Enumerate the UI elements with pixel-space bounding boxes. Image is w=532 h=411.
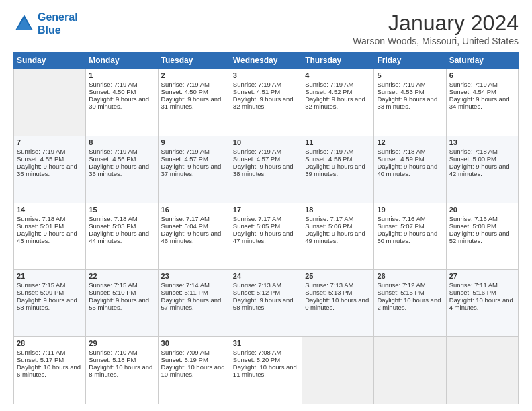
sunset-text: Sunset: 5:16 PM	[449, 289, 515, 296]
sunrise-text: Sunrise: 7:19 AM	[377, 81, 443, 88]
daylight-text: Daylight: 10 hours and 2 minutes.	[377, 296, 443, 311]
daylight-text: Daylight: 9 hours and 37 minutes.	[161, 163, 227, 177]
sunset-text: Sunset: 5:06 PM	[305, 222, 371, 230]
location: Warson Woods, Missouri, United States	[353, 36, 519, 46]
col-header-thursday: Thursday	[302, 52, 374, 69]
daylight-text: Daylight: 9 hours and 31 minutes.	[161, 95, 227, 110]
calendar-cell	[446, 337, 518, 404]
calendar-cell: 25Sunrise: 7:13 AMSunset: 5:13 PMDayligh…	[302, 270, 374, 337]
daylight-text: Daylight: 9 hours and 53 minutes.	[17, 296, 83, 311]
day-number: 28	[17, 339, 83, 347]
sunset-text: Sunset: 4:57 PM	[161, 155, 227, 163]
calendar-cell: 16Sunrise: 7:17 AMSunset: 5:04 PMDayligh…	[158, 203, 230, 270]
calendar-cell: 30Sunrise: 7:09 AMSunset: 5:19 PMDayligh…	[158, 337, 230, 404]
sunset-text: Sunset: 5:11 PM	[161, 289, 227, 296]
calendar-cell: 6Sunrise: 7:19 AMSunset: 4:54 PMDaylight…	[446, 69, 518, 136]
calendar-cell: 13Sunrise: 7:18 AMSunset: 5:00 PMDayligh…	[446, 136, 518, 203]
day-number: 25	[305, 272, 371, 280]
sunrise-text: Sunrise: 7:19 AM	[305, 81, 371, 88]
sunset-text: Sunset: 4:52 PM	[305, 88, 371, 95]
calendar-cell: 1Sunrise: 7:19 AMSunset: 4:50 PMDaylight…	[86, 69, 158, 136]
sunset-text: Sunset: 5:01 PM	[17, 222, 83, 230]
sunrise-text: Sunrise: 7:19 AM	[449, 81, 515, 88]
daylight-text: Daylight: 9 hours and 47 minutes.	[233, 230, 299, 244]
sunrise-text: Sunrise: 7:11 AM	[449, 281, 515, 289]
day-number: 20	[449, 205, 515, 214]
sunset-text: Sunset: 5:13 PM	[305, 289, 371, 296]
day-number: 9	[161, 138, 227, 146]
daylight-text: Daylight: 9 hours and 46 minutes.	[161, 230, 227, 244]
sunset-text: Sunset: 5:08 PM	[449, 222, 515, 230]
day-number: 16	[161, 205, 227, 214]
col-header-sunday: Sunday	[14, 52, 86, 69]
sunset-text: Sunset: 5:18 PM	[89, 356, 154, 363]
calendar-cell: 17Sunrise: 7:17 AMSunset: 5:05 PMDayligh…	[230, 203, 302, 270]
daylight-text: Daylight: 9 hours and 36 minutes.	[89, 163, 154, 177]
sunrise-text: Sunrise: 7:18 AM	[377, 148, 443, 155]
col-header-wednesday: Wednesday	[230, 52, 302, 69]
week-row-2: 14Sunrise: 7:18 AMSunset: 5:01 PMDayligh…	[14, 203, 519, 270]
sunset-text: Sunset: 4:56 PM	[89, 155, 154, 163]
sunrise-text: Sunrise: 7:19 AM	[161, 81, 227, 88]
calendar-cell: 18Sunrise: 7:17 AMSunset: 5:06 PMDayligh…	[302, 203, 374, 270]
calendar-cell: 28Sunrise: 7:11 AMSunset: 5:17 PMDayligh…	[14, 337, 86, 404]
sunset-text: Sunset: 5:12 PM	[233, 289, 299, 296]
daylight-text: Daylight: 10 hours and 4 minutes.	[449, 296, 515, 311]
sunset-text: Sunset: 5:07 PM	[377, 222, 443, 230]
day-number: 30	[161, 339, 227, 347]
day-number: 29	[89, 339, 154, 347]
sunset-text: Sunset: 5:17 PM	[17, 356, 83, 363]
sunset-text: Sunset: 5:03 PM	[89, 222, 154, 230]
day-number: 22	[89, 272, 154, 280]
col-header-friday: Friday	[374, 52, 446, 69]
day-number: 12	[377, 138, 443, 146]
day-number: 15	[89, 205, 154, 214]
sunrise-text: Sunrise: 7:16 AM	[449, 215, 515, 222]
calendar-cell: 29Sunrise: 7:10 AMSunset: 5:18 PMDayligh…	[86, 337, 158, 404]
calendar-cell	[14, 69, 86, 136]
col-header-monday: Monday	[86, 52, 158, 69]
daylight-text: Daylight: 9 hours and 39 minutes.	[305, 163, 371, 177]
calendar-cell: 15Sunrise: 7:18 AMSunset: 5:03 PMDayligh…	[86, 203, 158, 270]
sunset-text: Sunset: 5:10 PM	[89, 289, 154, 296]
header-row: SundayMondayTuesdayWednesdayThursdayFrid…	[14, 52, 519, 69]
day-number: 13	[449, 138, 515, 146]
calendar-cell: 31Sunrise: 7:08 AMSunset: 5:20 PMDayligh…	[230, 337, 302, 404]
day-number: 11	[305, 138, 371, 146]
sunset-text: Sunset: 4:50 PM	[161, 88, 227, 95]
calendar-cell: 14Sunrise: 7:18 AMSunset: 5:01 PMDayligh…	[14, 203, 86, 270]
daylight-text: Daylight: 10 hours and 0 minutes.	[305, 296, 371, 311]
sunrise-text: Sunrise: 7:13 AM	[305, 281, 371, 289]
logo-icon	[13, 13, 35, 34]
calendar-cell: 26Sunrise: 7:12 AMSunset: 5:15 PMDayligh…	[374, 270, 446, 337]
sunrise-text: Sunrise: 7:17 AM	[233, 215, 299, 222]
sunset-text: Sunset: 5:04 PM	[161, 222, 227, 230]
sunset-text: Sunset: 4:51 PM	[233, 88, 299, 95]
calendar-cell: 20Sunrise: 7:16 AMSunset: 5:08 PMDayligh…	[446, 203, 518, 270]
logo-line1: General	[38, 11, 78, 23]
week-row-4: 28Sunrise: 7:11 AMSunset: 5:17 PMDayligh…	[14, 337, 519, 404]
daylight-text: Daylight: 10 hours and 10 minutes.	[161, 363, 227, 378]
day-number: 19	[377, 205, 443, 214]
sunset-text: Sunset: 5:20 PM	[233, 356, 299, 363]
sunset-text: Sunset: 4:54 PM	[449, 88, 515, 95]
daylight-text: Daylight: 9 hours and 52 minutes.	[449, 230, 515, 244]
daylight-text: Daylight: 10 hours and 8 minutes.	[89, 363, 154, 378]
sunrise-text: Sunrise: 7:18 AM	[17, 215, 83, 222]
daylight-text: Daylight: 9 hours and 44 minutes.	[89, 230, 154, 244]
month-title: January 2024	[353, 11, 519, 36]
daylight-text: Daylight: 9 hours and 42 minutes.	[449, 163, 515, 177]
week-row-0: 1Sunrise: 7:19 AMSunset: 4:50 PMDaylight…	[14, 69, 519, 136]
header: General Blue January 2024 Warson Woods, …	[13, 11, 519, 46]
sunrise-text: Sunrise: 7:18 AM	[449, 148, 515, 155]
sunrise-text: Sunrise: 7:08 AM	[233, 349, 299, 356]
calendar-cell: 4Sunrise: 7:19 AMSunset: 4:52 PMDaylight…	[302, 69, 374, 136]
day-number: 26	[377, 272, 443, 280]
logo-text: General Blue	[38, 11, 78, 36]
sunset-text: Sunset: 4:55 PM	[17, 155, 83, 163]
sunrise-text: Sunrise: 7:19 AM	[17, 148, 83, 155]
sunrise-text: Sunrise: 7:19 AM	[89, 148, 154, 155]
daylight-text: Daylight: 9 hours and 34 minutes.	[449, 95, 515, 110]
day-number: 18	[305, 205, 371, 214]
calendar-cell: 8Sunrise: 7:19 AMSunset: 4:56 PMDaylight…	[86, 136, 158, 203]
